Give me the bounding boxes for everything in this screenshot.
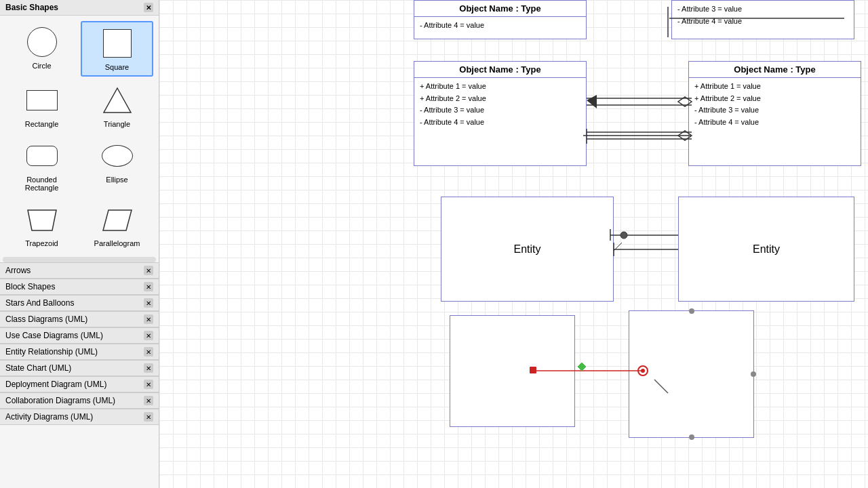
shape-square[interactable]: Square: [81, 21, 153, 77]
handle-right[interactable]: [751, 371, 756, 377]
blank-box-2[interactable]: [629, 310, 754, 438]
shape-parallelogram[interactable]: Parallelogram: [81, 199, 153, 251]
shape-ellipse[interactable]: Ellipse: [81, 135, 153, 196]
svg-marker-0: [104, 88, 131, 113]
activity-label: Activity Diagrams (UML): [5, 412, 93, 422]
deployment-close[interactable]: ✕: [144, 380, 153, 389]
scroll-indicator: [3, 257, 156, 262]
stars-balloons-label: Stars And Balloons: [5, 298, 74, 308]
stars-balloons-close[interactable]: ✕: [144, 298, 153, 308]
sidebar-close-button[interactable]: ✕: [144, 3, 153, 12]
svg-marker-1: [28, 210, 56, 230]
entity-box-2[interactable]: Entity: [678, 197, 854, 302]
state-chart-section[interactable]: State Chart (UML) ✕: [0, 360, 159, 376]
activity-close[interactable]: ✕: [144, 412, 153, 422]
square-label: Square: [105, 63, 129, 71]
uml-box-4-body: + Attribute 1 = value + Attribute 2 = va…: [689, 78, 861, 131]
uml-box-4-header: Object Name : Type: [689, 62, 861, 78]
arrows-section[interactable]: Arrows ✕: [0, 262, 159, 279]
block-shapes-label: Block Shapes: [5, 282, 55, 291]
svg-point-16: [620, 232, 627, 239]
deployment-section[interactable]: Deployment Diagram (UML) ✕: [0, 376, 159, 392]
block-shapes-section[interactable]: Block Shapes ✕: [0, 279, 159, 295]
class-diagrams-label: Class Diagrams (UML): [5, 314, 87, 324]
svg-line-19: [614, 243, 622, 251]
uml-box-1[interactable]: Object Name : Type - Attribute 4 = value: [414, 0, 587, 39]
uml-box-3[interactable]: Object Name : Type + Attribute 1 = value…: [414, 61, 587, 166]
rounded-rectangle-label: RoundedRectangle: [25, 176, 59, 192]
canvas-content: Object Name : Type - Attribute 4 = value…: [159, 0, 868, 488]
use-case-label: Use Case Diagrams (UML): [5, 331, 103, 340]
entity-relationship-label: Entity Relationship (UML): [5, 347, 98, 357]
parallelogram-label: Parallelogram: [94, 239, 140, 247]
use-case-close[interactable]: ✕: [144, 331, 153, 340]
parallelogram-icon: [100, 203, 134, 237]
shape-rectangle[interactable]: Rectangle: [5, 79, 78, 132]
svg-marker-2: [103, 210, 132, 230]
activity-section[interactable]: Activity Diagrams (UML) ✕: [0, 409, 159, 425]
ellipse-label: Ellipse: [106, 176, 127, 184]
collaboration-close[interactable]: ✕: [144, 396, 153, 405]
deployment-label: Deployment Diagram (UML): [5, 380, 106, 389]
square-icon: [100, 26, 134, 60]
svg-marker-7: [587, 95, 597, 108]
uml-box-4[interactable]: Object Name : Type + Attribute 1 = value…: [688, 61, 861, 166]
trapezoid-label: Trapezoid: [25, 239, 58, 247]
triangle-icon: [100, 83, 134, 117]
shape-circle[interactable]: Circle: [5, 21, 78, 77]
rectangle-icon: [25, 83, 59, 117]
class-diagrams-section[interactable]: Class Diagrams (UML) ✕: [0, 311, 159, 327]
arrows-close[interactable]: ✕: [144, 266, 153, 275]
uml-box-1-body: - Attribute 4 = value: [414, 17, 586, 35]
arrows-label: Arrows: [5, 266, 31, 275]
trapezoid-icon: [25, 203, 59, 237]
stars-balloons-section[interactable]: Stars And Balloons ✕: [0, 295, 159, 311]
collaboration-label: Collaboration Diagrams (UML): [5, 396, 115, 405]
circle-label: Circle: [32, 62, 51, 70]
triangle-label: Triangle: [104, 120, 130, 128]
collaboration-section[interactable]: Collaboration Diagrams (UML) ✕: [0, 392, 159, 409]
shapes-grid: Circle Square Rectangle Triangle: [0, 16, 159, 257]
uml-box-2[interactable]: - Attribute 3 = value- Attribute 4 = val…: [671, 0, 854, 39]
rounded-rectangle-icon: [25, 139, 59, 173]
circle-icon: [25, 25, 59, 59]
sidebar-title: Basic Shapes: [5, 3, 58, 12]
shape-rounded-rectangle[interactable]: RoundedRectangle: [5, 135, 78, 196]
shape-triangle[interactable]: Triangle: [81, 79, 153, 132]
class-diagrams-close[interactable]: ✕: [144, 314, 153, 324]
canvas-area[interactable]: Object Name : Type - Attribute 4 = value…: [159, 0, 868, 488]
blank-box-1[interactable]: [450, 315, 575, 427]
rectangle-label: Rectangle: [25, 120, 59, 128]
handle-bottom[interactable]: [689, 434, 694, 440]
uml-box-2-body: - Attribute 3 = value- Attribute 4 = val…: [672, 1, 854, 30]
shape-trapezoid[interactable]: Trapezoid: [5, 199, 78, 251]
handle-top[interactable]: [689, 308, 694, 314]
uml-box-3-header: Object Name : Type: [414, 62, 586, 78]
entity-relationship-close[interactable]: ✕: [144, 347, 153, 357]
uml-box-1-header: Object Name : Type: [414, 1, 586, 17]
entity-box-1[interactable]: Entity: [441, 197, 614, 302]
state-chart-close[interactable]: ✕: [144, 363, 153, 373]
entity-label-1: Entity: [513, 243, 540, 256]
svg-marker-22: [578, 363, 586, 371]
ellipse-icon: [100, 139, 134, 173]
block-shapes-close[interactable]: ✕: [144, 282, 153, 291]
entity-relationship-section[interactable]: Entity Relationship (UML) ✕: [0, 344, 159, 360]
sidebar: Basic Shapes ✕ Circle Square Rectangle: [0, 0, 159, 488]
use-case-section[interactable]: Use Case Diagrams (UML) ✕: [0, 327, 159, 344]
basic-shapes-header: Basic Shapes ✕: [0, 0, 159, 16]
uml-box-3-body: + Attribute 1 = value + Attribute 2 = va…: [414, 78, 586, 131]
entity-label-2: Entity: [753, 243, 780, 256]
state-chart-label: State Chart (UML): [5, 363, 71, 373]
